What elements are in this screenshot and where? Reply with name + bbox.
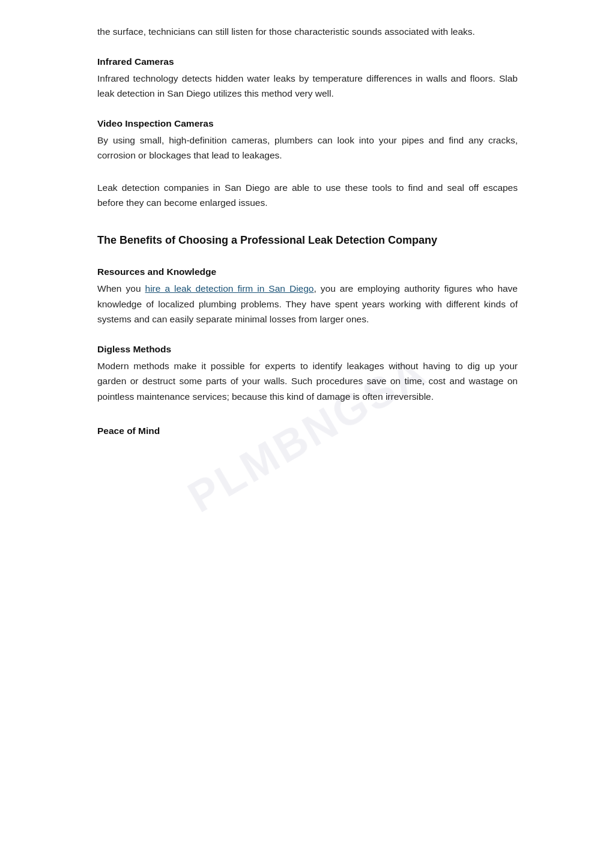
- peace-of-mind-heading: Peace of Mind: [97, 426, 518, 436]
- video-inspection-body: By using small, high-definition cameras,…: [97, 133, 518, 163]
- section-peace-of-mind: Peace of Mind: [97, 426, 518, 436]
- section-video-inspection: Video Inspection Cameras By using small,…: [97, 118, 518, 163]
- digless-methods-body: Modern methods make it possible for expe…: [97, 358, 518, 405]
- video-inspection-heading: Video Inspection Cameras: [97, 118, 518, 129]
- resources-knowledge-heading: Resources and Knowledge: [97, 267, 518, 277]
- hire-leak-detection-link[interactable]: hire a leak detection firm in San Diego: [145, 283, 314, 294]
- infrared-cameras-heading: Infrared Cameras: [97, 56, 518, 67]
- resources-body-before-link: When you: [97, 283, 145, 294]
- resources-knowledge-body: When you hire a leak detection firm in S…: [97, 281, 518, 327]
- standalone-paragraph: Leak detection companies in San Diego ar…: [97, 180, 518, 211]
- big-heading: The Benefits of Choosing a Professional …: [97, 232, 518, 249]
- infrared-cameras-body: Infrared technology detects hidden water…: [97, 71, 518, 101]
- digless-methods-heading: Digless Methods: [97, 344, 518, 355]
- section-resources-knowledge: Resources and Knowledge When you hire a …: [97, 267, 518, 327]
- intro-paragraph: the surface, technicians can still liste…: [97, 24, 518, 40]
- section-infrared-cameras: Infrared Cameras Infrared technology det…: [97, 56, 518, 101]
- section-digless-methods: Digless Methods Modern methods make it p…: [97, 344, 518, 405]
